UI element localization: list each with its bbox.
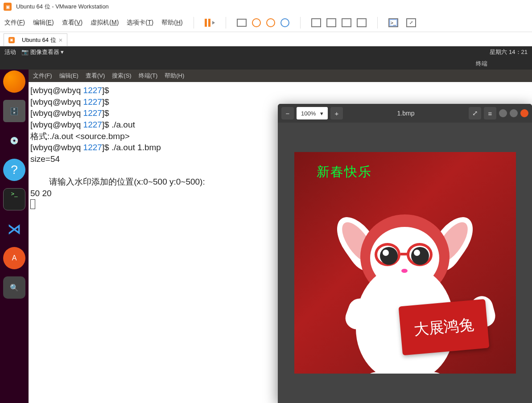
menu-button[interactable]: ≡: [484, 107, 496, 119]
fullscreen-icon[interactable]: ⤢: [406, 18, 416, 27]
vm-tab-ubuntu[interactable]: ▣ Ubuntu 64 位 ×: [4, 33, 67, 46]
vmware-logo-icon: ▣: [4, 3, 12, 11]
dock-terminal[interactable]: >_: [3, 188, 25, 210]
menu-tabs[interactable]: 选项卡(T): [127, 19, 153, 27]
image-viewer-window[interactable]: − 100%▾ + 1.bmp ⤢ ≡ 新春快乐: [278, 104, 532, 403]
pause-button[interactable]: [205, 19, 215, 27]
close-button[interactable]: [520, 109, 528, 117]
image-viewer-stage: 新春快乐 大展鸿兔: [278, 123, 532, 403]
clock3-icon[interactable]: [280, 18, 289, 27]
vmware-tabstrip: ▣ Ubuntu 64 位 ×: [0, 32, 532, 46]
window-title: Ubuntu 64 位 - VMware Workstation: [16, 3, 109, 11]
dock-files[interactable]: 🗄️: [3, 100, 25, 122]
term-menu-file[interactable]: 文件(F): [33, 72, 52, 80]
ubuntu-subtitle-bar: 终端: [0, 58, 532, 70]
menu-edit[interactable]: 编辑(E): [33, 19, 54, 27]
image-viewer-titlebar[interactable]: − 100%▾ + 1.bmp ⤢ ≡: [278, 104, 532, 123]
dock-image-viewer[interactable]: 🔍: [3, 276, 25, 299]
view4-icon[interactable]: [357, 18, 367, 27]
menu-file[interactable]: 文件(F): [4, 19, 25, 27]
terminal-title-label: 终端: [476, 60, 487, 68]
term-menu-search[interactable]: 搜索(S): [112, 72, 131, 80]
vmware-menubar: 文件(F) 编辑(E) 查看(V) 虚拟机(M) 选项卡(T) 帮助(H) >_…: [0, 13, 532, 32]
zoom-out-button[interactable]: −: [281, 107, 294, 119]
menu-vm[interactable]: 虚拟机(M): [91, 19, 119, 27]
clock-label[interactable]: 星期六 14：21: [490, 48, 528, 56]
term-menu-view[interactable]: 查看(V): [86, 72, 105, 80]
activities-button[interactable]: 活动: [4, 48, 16, 56]
dock-help[interactable]: ?: [3, 159, 25, 181]
term-menu-terminal[interactable]: 终端(T): [139, 72, 158, 80]
displayed-image: 新春快乐 大展鸿兔: [294, 152, 516, 374]
close-icon[interactable]: ×: [59, 36, 63, 44]
view1-icon[interactable]: [311, 18, 321, 27]
term-menu-help[interactable]: 帮助(H): [165, 72, 184, 80]
app-indicator[interactable]: 📷 图像查看器 ▾: [21, 48, 64, 56]
terminal-menubar: 文件(F) 编辑(E) 查看(V) 搜索(S) 终端(T) 帮助(H): [29, 70, 532, 82]
sign-text: 大展鸿兔: [413, 314, 475, 340]
snapshot-icon[interactable]: [237, 19, 247, 27]
view3-icon[interactable]: [342, 18, 351, 27]
fullscreen-button[interactable]: ⤢: [469, 107, 481, 119]
dock-vscode[interactable]: ⋊: [3, 218, 25, 240]
dock-disk[interactable]: 💿: [3, 129, 25, 152]
ubuntu-topbar: 活动 📷 图像查看器 ▾ 星期六 14：21: [0, 46, 532, 58]
zoom-in-button[interactable]: +: [330, 107, 343, 119]
image-viewer-filename: 1.bmp: [346, 110, 466, 117]
vmware-titlebar: ▣ Ubuntu 64 位 - VMware Workstation: [0, 0, 532, 13]
vm-tab-icon: ▣: [8, 37, 15, 43]
maximize-button[interactable]: [510, 109, 518, 117]
console-icon[interactable]: >_: [388, 18, 398, 27]
vm-tab-label: Ubuntu 64 位: [22, 36, 56, 44]
dock-firefox[interactable]: [3, 70, 25, 93]
ubuntu-dock: 🗄️ 💿 ? >_ ⋊ A 🔍: [0, 70, 29, 403]
terminal-cursor: [30, 199, 35, 209]
clock1-icon[interactable]: [252, 18, 261, 27]
minimize-button[interactable]: [499, 109, 507, 117]
dock-updater[interactable]: A: [3, 247, 25, 269]
menu-help[interactable]: 帮助(H): [161, 19, 182, 27]
view2-icon[interactable]: [326, 18, 336, 27]
watermark-text: 新春快乐: [317, 163, 372, 181]
zoom-select[interactable]: 100%▾: [297, 107, 328, 119]
menu-view[interactable]: 查看(V): [62, 19, 83, 27]
clock2-icon[interactable]: [266, 18, 275, 27]
term-menu-edit[interactable]: 编辑(E): [59, 72, 78, 80]
